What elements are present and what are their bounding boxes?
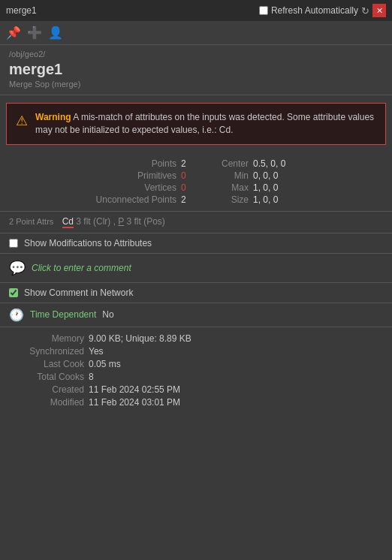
center-label: Center [211,158,249,169]
totalcooks-label: Total Cooks [9,372,84,382]
show-mods-section: Show Modifications to Attributes [0,233,392,253]
attr-p-detail: 3 flt (Pos) [127,216,165,227]
memory-value: 9.00 KB; Unique: 8.89 KB [89,333,191,344]
info-row-lastcook: Last Cook 0.05 ms [9,359,383,369]
comment-section[interactable]: 💬 Click to enter a comment [0,253,392,282]
info-section: Memory 9.00 KB; Unique: 8.89 KB Synchron… [0,327,392,416]
info-row-totalcooks: Total Cooks 8 [9,372,383,382]
attr-p-name[interactable]: P [118,216,124,227]
info-row-modified: Modified 11 Feb 2024 03:01 PM [9,397,383,408]
title-bar: merge1 Refresh Automatically ↻ ✕ [0,0,392,21]
close-button[interactable]: ✕ [372,4,386,17]
pin-icon[interactable]: 📌 [6,26,21,40]
show-mods-label: Show Modifications to Attributes [24,238,152,248]
lastcook-value: 0.05 ms [89,359,121,369]
vertices-label: Vertices [116,182,176,193]
show-comment-checkbox[interactable] [9,288,18,297]
attr-item-p: P 3 flt (Pos) [118,216,165,227]
synchronized-label: Synchronized [9,346,84,357]
window-title: merge1 [6,5,37,16]
stat-row: Unconnected Points 2 [9,194,196,205]
stats-section: Points 2 Primitives 0 Vertices 0 Unconne… [0,152,392,212]
max-value: 1, 0, 0 [253,182,278,193]
stat-row: Points 2 [9,158,196,169]
unconnected-label: Unconnected Points [96,194,176,205]
primitives-label: Primitives [116,170,176,181]
attrs-label: 2 Point Attrs [9,217,53,226]
vertices-value: 0 [181,182,196,193]
time-dep-value: No [102,309,113,320]
node-name: merge1 [9,60,383,78]
info-row-memory: Memory 9.00 KB; Unique: 8.89 KB [9,333,383,344]
breadcrumb: /obj/geo2/ [9,50,383,59]
time-dep-label: Time Dependent [30,309,96,320]
title-bar-right: Refresh Automatically ↻ ✕ [259,4,386,17]
attr-cd-name[interactable]: Cd [62,216,74,228]
show-comment-label: Show Comment in Network [24,288,133,298]
stat-row: Primitives 0 [9,170,196,181]
created-label: Created [9,384,84,395]
primitives-value: 0 [181,170,196,181]
totalcooks-value: 8 [89,372,94,382]
min-label: Min [211,170,249,181]
center-value: 0.5, 0, 0 [253,158,285,169]
refresh-checkbox[interactable] [259,6,268,15]
stat-row-right: Max 1, 0, 0 [196,182,383,193]
show-comment-section: Show Comment in Network [0,282,392,303]
modified-value: 11 Feb 2024 03:01 PM [89,397,180,408]
stats-left: Points 2 Primitives 0 Vertices 0 Unconne… [9,158,196,205]
lastcook-label: Last Cook [9,359,84,369]
attrs-section: 2 Point Attrs Cd 3 flt (Clr) , P 3 flt (… [0,212,392,233]
attr-cd-detail: 3 flt (Clr) [76,216,110,227]
refresh-label: Refresh Automatically [271,5,358,16]
points-label: Points [116,158,176,169]
add-icon[interactable]: ➕ [27,26,42,40]
points-value: 2 [181,158,196,169]
info-row-created: Created 11 Feb 2024 02:55 PM [9,384,383,395]
min-value: 0, 0, 0 [253,170,278,181]
stats-grid: Points 2 Primitives 0 Vertices 0 Unconne… [9,158,383,205]
created-value: 11 Feb 2024 02:55 PM [89,384,180,395]
warning-message: A mis-match of attributes on the inputs … [35,112,374,135]
node-type: Merge Sop (merge) [9,80,383,89]
size-label: Size [211,194,249,205]
refresh-icon: ↻ [361,5,369,17]
unconnected-value: 2 [181,194,196,205]
warning-icon: ⚠ [16,113,28,129]
time-dependent-section: 🕐 Time Dependent No [0,303,392,327]
info-icon[interactable]: 👤 [48,26,63,40]
modified-label: Modified [9,397,84,408]
show-mods-checkbox[interactable] [9,239,18,248]
comment-placeholder[interactable]: Click to enter a comment [32,263,131,273]
size-value: 1, 0, 0 [253,194,278,205]
warning-content: Warning A mis-match of attributes on the… [35,111,376,137]
stat-row-right: Size 1, 0, 0 [196,194,383,205]
synchronized-value: Yes [89,346,104,357]
node-header: /obj/geo2/ merge1 Merge Sop (merge) [0,45,392,95]
comment-icon: 💬 [9,260,26,276]
stat-row-right: Center 0.5, 0, 0 [196,158,383,169]
warning-box: ⚠ Warning A mis-match of attributes on t… [6,103,386,145]
max-label: Max [211,182,249,193]
toolbar: 📌 ➕ 👤 [0,21,392,45]
stat-row-right: Min 0, 0, 0 [196,170,383,181]
time-dep-icon: 🕐 [9,308,24,322]
stats-right: Center 0.5, 0, 0 Min 0, 0, 0 Max 1, 0, 0… [196,158,383,205]
memory-label: Memory [9,333,84,344]
stat-row: Vertices 0 [9,182,196,193]
title-bar-left: merge1 [6,5,37,16]
warning-title: Warning [35,112,71,122]
attr-item-cd: Cd 3 flt (Clr) [62,216,113,227]
info-row-synchronized: Synchronized Yes [9,346,383,357]
